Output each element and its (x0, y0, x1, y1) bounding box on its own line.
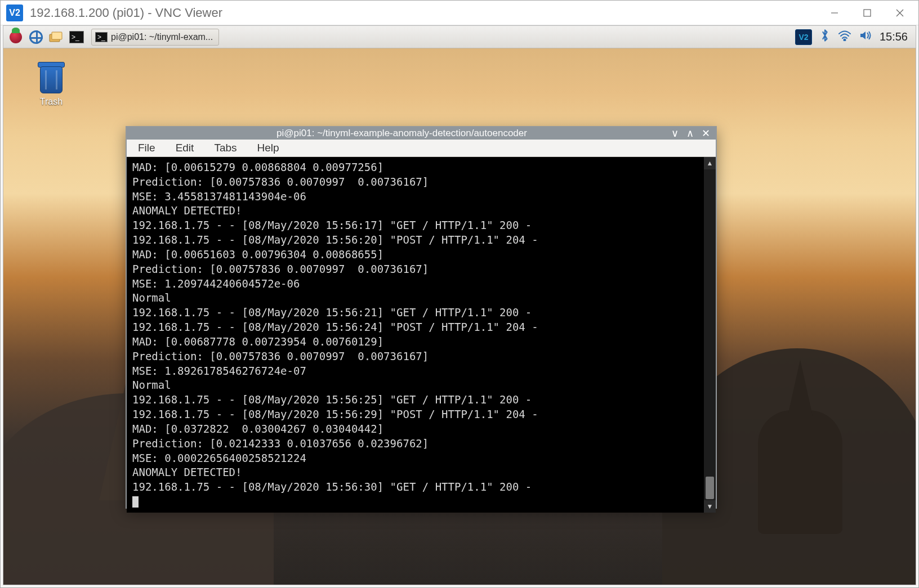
trash-icon (35, 60, 67, 93)
taskbar-window-label: pi@pi01: ~/tinyml-exam... (111, 32, 213, 42)
bluetooth-icon[interactable] (820, 29, 830, 45)
window-maximize-icon[interactable]: ∧ (686, 127, 694, 140)
pi-menu-button[interactable] (7, 29, 25, 45)
window-close-icon[interactable]: ✕ (702, 127, 710, 140)
web-browser-launcher[interactable] (27, 29, 45, 45)
maximize-button[interactable] (851, 2, 884, 24)
menu-edit[interactable]: Edit (167, 140, 203, 156)
close-button[interactable] (884, 2, 916, 24)
raspberry-icon (10, 31, 22, 43)
vnc-viewport[interactable]: >_ >_ pi@pi01: ~/tinyml-exam... V2 (3, 25, 916, 585)
pi-taskbar: >_ >_ pi@pi01: ~/tinyml-exam... V2 (3, 26, 916, 48)
vnc-logo-icon: V2 (6, 5, 23, 21)
menu-help[interactable]: Help (248, 140, 288, 156)
vnc-titlebar[interactable]: V2 192.168.1.200 (pi01) - VNC Viewer (1, 1, 918, 25)
wifi-icon[interactable] (838, 30, 851, 44)
desktop-trash[interactable]: Trash (26, 60, 77, 107)
vnc-server-tray-icon[interactable]: V2 (795, 29, 812, 45)
window-minimize-icon[interactable]: ∨ (671, 127, 679, 140)
folder-icon (49, 31, 64, 43)
clock[interactable]: 15:56 (880, 30, 908, 43)
scrollbar-thumb[interactable] (706, 477, 714, 499)
terminal-scrollbar[interactable]: ▲ ▼ (703, 157, 716, 513)
vnc-window-title: 192.168.1.200 (pi01) - VNC Viewer (30, 6, 818, 20)
taskbar-window-button[interactable]: >_ pi@pi01: ~/tinyml-exam... (91, 29, 219, 46)
vnc-viewer-window: V2 192.168.1.200 (pi01) - VNC Viewer (0, 0, 919, 588)
terminal-icon: >_ (69, 31, 84, 43)
desktop-trash-label: Trash (26, 97, 77, 107)
minimize-button[interactable] (818, 2, 851, 24)
volume-icon[interactable] (859, 30, 872, 44)
terminal-icon: >_ (95, 32, 108, 42)
menu-file[interactable]: File (129, 140, 164, 156)
svg-rect-5 (52, 32, 62, 39)
svg-marker-7 (860, 32, 866, 39)
svg-point-6 (844, 39, 845, 41)
terminal-window[interactable]: pi@pi01: ~/tinyml-example-anomaly-detect… (126, 126, 717, 509)
scroll-down-icon[interactable]: ▼ (704, 500, 716, 513)
svg-rect-1 (864, 10, 871, 16)
terminal-output[interactable]: MAD: [0.00615279 0.00868804 0.00977256] … (127, 157, 703, 513)
terminal-launcher[interactable]: >_ (68, 29, 86, 45)
terminal-menubar: File Edit Tabs Help (127, 140, 716, 157)
file-manager-launcher[interactable] (47, 29, 65, 45)
terminal-title: pi@pi01: ~/tinyml-example-anomaly-detect… (132, 128, 671, 139)
terminal-titlebar[interactable]: pi@pi01: ~/tinyml-example-anomaly-detect… (127, 127, 716, 140)
pi-desktop[interactable]: >_ >_ pi@pi01: ~/tinyml-exam... V2 (3, 26, 916, 585)
menu-tabs[interactable]: Tabs (205, 140, 246, 156)
globe-icon (29, 30, 43, 44)
system-tray: V2 15:56 (795, 29, 912, 45)
scroll-up-icon[interactable]: ▲ (704, 157, 716, 169)
